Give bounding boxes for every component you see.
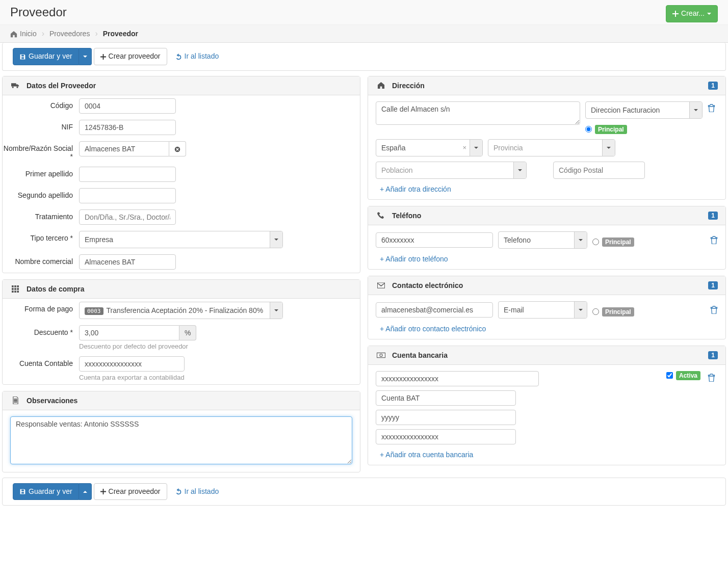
postal-code-input[interactable] xyxy=(553,162,645,179)
bank-swift-input[interactable] xyxy=(376,410,516,425)
save-button-label: Guardar y ver xyxy=(29,51,72,62)
nombre-input[interactable] xyxy=(79,141,169,156)
trash-icon xyxy=(710,305,718,314)
bank-active-checkbox[interactable] xyxy=(666,372,673,379)
page-title: Proveedor xyxy=(10,5,718,19)
back-to-list-label-bottom: Ir al listado xyxy=(185,487,219,497)
save-dropdown-toggle-bottom[interactable] xyxy=(79,483,92,500)
save-button-bottom[interactable]: Guardar y ver xyxy=(13,483,79,500)
trash-icon xyxy=(708,103,715,112)
save-button[interactable]: Guardar y ver xyxy=(13,48,79,65)
apellido1-label: Primer apellido xyxy=(3,167,79,178)
caret-down-icon xyxy=(574,232,587,248)
apellido2-input[interactable] xyxy=(79,188,176,203)
address-type-select[interactable]: Direccion Facturacion xyxy=(585,101,703,119)
plus-icon xyxy=(100,51,106,62)
svg-rect-10 xyxy=(377,353,385,357)
codigo-input[interactable] xyxy=(79,98,176,114)
breadcrumb-current: Proveedor xyxy=(103,30,138,38)
comercial-input[interactable] xyxy=(79,254,176,270)
create-dropdown-label: Crear... xyxy=(681,9,705,19)
purchase-panel-title: Datos de compra xyxy=(27,285,85,293)
breadcrumb-home[interactable]: Inicio xyxy=(10,29,49,38)
tratamiento-input[interactable] xyxy=(79,209,176,225)
caret-down-icon xyxy=(707,9,711,19)
phone-count-badge: 1 xyxy=(708,212,718,220)
breadcrumb-home-link[interactable]: Inicio xyxy=(20,30,37,38)
add-address-link[interactable]: + Añadir otra dirección xyxy=(380,185,451,193)
create-supplier-label: Crear proveedor xyxy=(109,51,161,62)
descuento-help: Descuento por defecto del proveedor xyxy=(79,342,196,350)
caret-down-icon xyxy=(470,140,482,156)
phone-icon xyxy=(376,212,386,219)
bank-delete-button[interactable] xyxy=(708,371,718,382)
country-clear-button[interactable]: × xyxy=(459,144,470,151)
back-to-list-link[interactable]: Ir al listado xyxy=(169,48,225,65)
apellido2-label: Segundo apellido xyxy=(3,188,79,199)
save-icon xyxy=(19,51,26,62)
bank-name-input[interactable] xyxy=(376,390,516,406)
contact-principal-radio[interactable] xyxy=(592,308,599,315)
add-contact-link[interactable]: + Añadir otro contacto electrónico xyxy=(380,325,486,333)
create-dropdown-button[interactable]: Crear... xyxy=(666,5,718,22)
create-supplier-label-bottom: Crear proveedor xyxy=(109,487,161,497)
back-to-list-label: Ir al listado xyxy=(185,51,219,62)
phone-delete-button[interactable] xyxy=(710,235,718,245)
plus-icon xyxy=(100,487,106,497)
country-select[interactable]: España × xyxy=(376,139,483,156)
email-input[interactable] xyxy=(376,302,493,318)
svg-rect-6 xyxy=(17,288,19,290)
bank-active-badge: Activa xyxy=(676,371,700,380)
bank-other-input[interactable] xyxy=(376,429,516,444)
purchase-data-panel: Datos de compra Forma de pago 0003Transf… xyxy=(2,279,360,385)
phone-panel: Teléfono 1 Telefono Principal xyxy=(368,206,726,270)
tipo-label: Tipo tercero * xyxy=(3,231,79,242)
apellido1-input[interactable] xyxy=(79,167,176,182)
cuenta-input[interactable] xyxy=(79,356,185,372)
create-supplier-button[interactable]: Crear proveedor xyxy=(94,48,167,65)
tipo-select[interactable]: Empresa xyxy=(79,231,283,248)
svg-rect-3 xyxy=(17,285,19,287)
contact-panel: Contacto electrónico 1 E-mail Principal xyxy=(368,276,726,339)
city-select[interactable]: Poblacion xyxy=(376,162,527,179)
country-value: España xyxy=(376,141,459,155)
caret-down-icon xyxy=(83,51,87,62)
observations-panel: Observaciones xyxy=(2,391,360,472)
supplier-panel-title: Datos del Proveedor xyxy=(27,82,96,90)
breadcrumb-list[interactable]: Proveedores xyxy=(49,29,103,38)
address-principal-radio[interactable] xyxy=(585,126,592,133)
bank-number-input[interactable] xyxy=(376,371,539,386)
breadcrumb-list-link[interactable]: Proveedores xyxy=(49,30,90,38)
phone-type-select[interactable]: Telefono xyxy=(498,231,587,249)
descuento-input[interactable] xyxy=(79,325,179,340)
forma-select[interactable]: 0003Transferencia Aceptación 20% - Final… xyxy=(79,302,283,319)
nif-input[interactable] xyxy=(79,120,176,135)
svg-rect-1 xyxy=(12,285,14,287)
bank-panel: Cuenta bancaria 1 Activa xyxy=(368,346,726,465)
forma-code-badge: 0003 xyxy=(85,307,103,315)
address-delete-button[interactable] xyxy=(708,101,718,113)
phone-principal-badge: Principal xyxy=(602,238,634,247)
percent-addon: % xyxy=(179,325,196,340)
svg-rect-2 xyxy=(14,285,16,287)
create-supplier-button-bottom[interactable]: Crear proveedor xyxy=(94,483,167,500)
contact-type-select[interactable]: E-mail xyxy=(498,301,587,319)
contact-delete-button[interactable] xyxy=(710,305,718,314)
caret-down-icon xyxy=(513,162,526,178)
phone-input[interactable] xyxy=(376,232,493,248)
svg-rect-8 xyxy=(14,291,16,293)
address-textarea[interactable] xyxy=(376,101,580,125)
phone-principal-radio[interactable] xyxy=(592,239,599,245)
back-to-list-link-bottom[interactable]: Ir al listado xyxy=(169,484,225,500)
nombre-clear-button[interactable] xyxy=(169,141,186,156)
save-dropdown-toggle[interactable] xyxy=(79,48,92,65)
observations-textarea[interactable] xyxy=(10,416,352,464)
add-phone-link[interactable]: + Añadir otro teléfono xyxy=(380,255,448,263)
province-select[interactable]: Provincia xyxy=(488,139,615,156)
add-bank-link[interactable]: + Añadir otra cuenta bancaria xyxy=(380,451,473,459)
descuento-label: Descuento * xyxy=(3,325,79,336)
home-icon xyxy=(10,30,17,38)
money-icon xyxy=(376,352,386,358)
phone-type-value: Telefono xyxy=(499,233,574,247)
forma-select-value: 0003Transferencia Aceptación 20% - Final… xyxy=(80,303,270,318)
